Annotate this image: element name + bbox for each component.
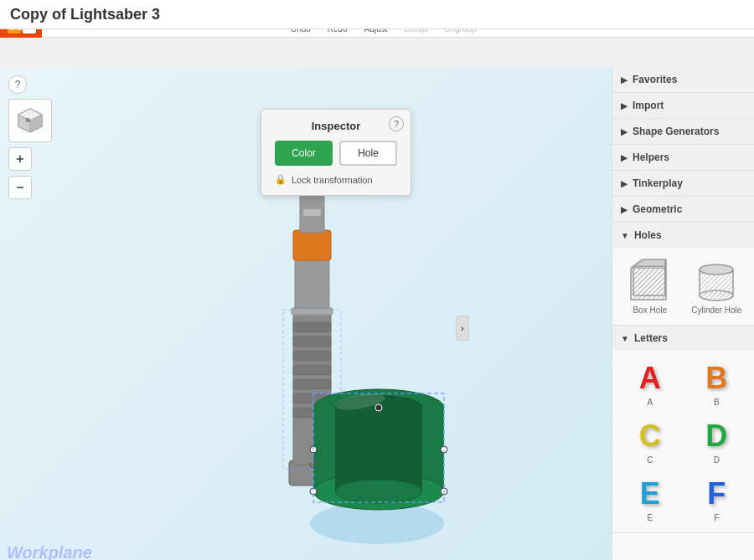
nav-cube[interactable]: ⊕ [8,99,52,142]
lock-icon: 🔒 [275,174,287,185]
letter-E-item[interactable]: E E [619,473,681,526]
box-hole-label: Box Hole [633,306,667,315]
helpers-header[interactable]: ▶ Helpers [612,145,754,170]
zoom-in-button[interactable]: + [8,147,32,171]
import-header[interactable]: ▶ Import [612,93,754,118]
svg-rect-71 [633,266,665,295]
geometric-section: ▶ Geometric [612,197,754,223]
holes-header[interactable]: ▼ Holes [612,223,754,248]
lock-row[interactable]: 🔒 Lock transformation [275,174,397,185]
holes-section: ▼ Holes [612,223,754,326]
import-label: Import [633,100,664,111]
tinkerplay-section: ▶ Tinkerplay [612,171,754,197]
shape-generators-section: ▶ Shape Generators [612,119,754,145]
shape-generators-arrow: ▶ [621,127,627,136]
color-button[interactable]: Color [275,141,333,166]
cylinder-hole-label: Cylinder Hole [691,306,741,315]
svg-rect-51 [335,408,422,491]
hole-button[interactable]: Hole [339,141,397,166]
favorites-section: ▶ Favorites [612,67,754,93]
box-hole-item[interactable]: Box Hole [619,254,681,318]
letter-D-shape: D [705,419,727,454]
letter-C-item[interactable]: C C [619,415,681,468]
zoom-out-button[interactable]: − [8,176,32,199]
letters-content: A A B B C C D D [612,351,754,532]
geometric-label: Geometric [633,203,682,215]
main-content: ↺ ? ⊕ + − Inspector ? Color H [0,67,754,560]
holes-content: Box Hole [612,248,754,325]
tinkerplay-header[interactable]: ▶ Tinkerplay [612,171,754,196]
collapse-panel-button[interactable]: › [456,316,469,341]
holes-arrow: ▼ [621,231,629,240]
right-panel: ▶ Favorites ▶ Import ▶ Shape Generators … [612,67,754,560]
help-button[interactable]: ? [8,75,27,94]
letter-B-label: B [714,398,720,407]
letter-D-label: D [714,455,720,465]
letter-F-item[interactable]: F F [686,473,748,526]
title-area: Copy of Lightsaber 3 [0,0,754,29]
inspector-help-icon[interactable]: ? [389,116,404,131]
import-arrow: ▶ [621,101,627,110]
svg-rect-33 [293,322,331,332]
holes-grid: Box Hole [619,254,747,318]
geometric-header[interactable]: ▶ Geometric [612,197,754,222]
shape-generators-label: Shape Generators [633,126,719,137]
svg-rect-36 [293,365,331,375]
letters-header[interactable]: ▼ Letters [612,326,754,351]
svg-text:↺: ↺ [308,458,318,471]
svg-rect-45 [303,209,321,216]
workplane-label: Workplane [7,543,92,560]
left-controls: ? ⊕ + − [8,75,52,199]
letters-label: Letters [634,332,668,344]
letter-E-label: E [647,513,653,522]
holes-label: Holes [634,229,662,241]
svg-point-79 [700,265,733,275]
project-title[interactable]: Copy of Lightsaber 3 [10,6,160,23]
letter-B-shape: B [705,361,727,396]
import-section: ▶ Import [612,93,754,119]
svg-text:⊕: ⊕ [25,116,31,124]
letter-A-shape: A [639,361,661,396]
letters-grid: A A B B C C D D [619,357,747,526]
tinkerplay-label: Tinkerplay [633,177,683,189]
svg-rect-35 [293,351,331,361]
letter-A-item[interactable]: A A [619,357,681,410]
letters-arrow: ▼ [621,334,629,343]
letters-section: ▼ Letters A A B B C [612,326,754,533]
svg-rect-42 [293,230,331,260]
letter-F-shape: F [707,476,726,511]
letter-F-label: F [714,513,719,522]
inspector-title: Inspector [275,120,397,132]
inspector-buttons: Color Hole [275,141,397,166]
helpers-section: ▶ Helpers [612,145,754,171]
canvas-area[interactable]: ↺ ? ⊕ + − Inspector ? Color H [0,67,612,560]
favorites-label: Favorites [633,74,677,85]
shape-generators-header[interactable]: ▶ Shape Generators [612,119,754,144]
helpers-arrow: ▶ [621,153,627,162]
geometric-arrow: ▶ [621,205,627,214]
svg-rect-37 [293,379,331,389]
favorites-arrow: ▶ [621,75,627,85]
svg-point-58 [375,404,382,411]
letter-C-label: C [647,455,653,465]
letter-C-shape: C [639,419,661,454]
letter-A-label: A [647,398,653,407]
tinkerplay-arrow: ▶ [621,179,627,188]
svg-rect-34 [293,337,331,347]
helpers-label: Helpers [633,152,669,163]
letter-E-shape: E [640,476,660,511]
letter-B-item[interactable]: B B [686,357,748,410]
cylinder-hole-item[interactable]: Cylinder Hole [686,254,748,318]
favorites-header[interactable]: ▶ Favorites [612,67,754,92]
svg-rect-41 [292,308,333,315]
svg-point-52 [335,480,422,503]
letter-D-item[interactable]: D D [686,415,748,468]
lock-label: Lock transformation [292,175,373,185]
inspector-panel: Inspector ? Color Hole 🔒 Lock transforma… [261,109,411,196]
